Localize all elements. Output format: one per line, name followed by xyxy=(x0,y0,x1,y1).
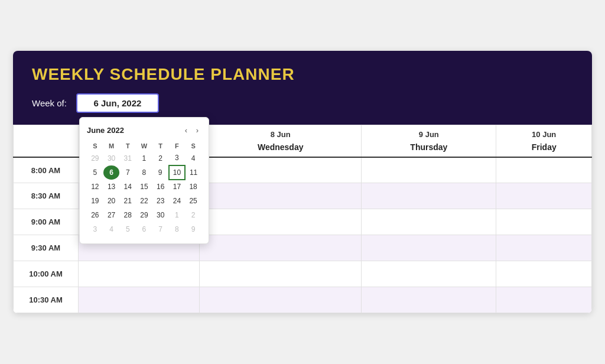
calendar-day-cell[interactable]: 1 xyxy=(136,151,152,165)
calendar-day-cell[interactable]: 29 xyxy=(87,151,103,165)
event-cell[interactable] xyxy=(200,235,362,261)
calendar-day-cell[interactable]: 9 xyxy=(185,222,201,236)
calendar-day-cell[interactable]: 20 xyxy=(103,194,120,208)
col-header-date-4: 10 Jun xyxy=(496,125,592,141)
calendar-day-cell[interactable]: 23 xyxy=(152,194,169,208)
calendar-day-cell[interactable]: 13 xyxy=(103,180,120,194)
calendar-day-cell[interactable]: 19 xyxy=(87,194,103,208)
app-title: WEEKLY SCHEDULE PLANNER xyxy=(32,65,573,84)
calendar-day-cell[interactable]: 12 xyxy=(87,180,103,194)
event-cell[interactable] xyxy=(362,261,496,287)
time-row: 10:30 AM xyxy=(14,287,592,313)
calendar-day-cell[interactable]: 17 xyxy=(169,180,186,194)
calendar-day-headers-row: S M T W T F S xyxy=(87,141,201,151)
time-cell: 9:00 AM xyxy=(14,209,79,235)
cal-header-t1: T xyxy=(119,141,136,151)
calendar-day-cell[interactable]: 7 xyxy=(152,222,169,236)
calendar-day-cell[interactable]: 8 xyxy=(169,222,186,236)
week-of-row: Week of: 6 Jun, 2022 June 2022 ‹ › S M xyxy=(32,93,573,113)
calendar-week-row: 567891011 xyxy=(87,165,201,180)
event-cell[interactable] xyxy=(496,157,592,183)
event-cell[interactable] xyxy=(362,287,496,313)
calendar-prev-button[interactable]: ‹ xyxy=(182,125,190,136)
event-cell[interactable] xyxy=(496,235,592,261)
cal-header-s1: S xyxy=(87,141,103,151)
calendar-day-cell[interactable]: 3 xyxy=(169,151,186,165)
calendar-day-cell[interactable]: 24 xyxy=(169,194,186,208)
time-cell: 10:00 AM xyxy=(14,261,79,287)
event-cell[interactable] xyxy=(362,209,496,235)
calendar-day-cell[interactable]: 26 xyxy=(87,208,103,222)
cal-header-f: F xyxy=(169,141,186,151)
date-picker-button[interactable]: 6 Jun, 2022 xyxy=(76,93,159,113)
calendar-day-cell[interactable]: 5 xyxy=(87,165,103,180)
event-cell[interactable] xyxy=(362,235,496,261)
cal-header-s2: S xyxy=(185,141,201,151)
time-cell: 8:30 AM xyxy=(14,183,79,209)
event-cell[interactable] xyxy=(362,157,496,183)
calendar-day-cell[interactable]: 2 xyxy=(185,208,201,222)
event-cell[interactable] xyxy=(200,209,362,235)
calendar-day-cell[interactable]: 30 xyxy=(103,151,120,165)
event-cell[interactable] xyxy=(79,261,200,287)
calendar-day-cell[interactable]: 4 xyxy=(103,222,120,236)
calendar-week-row: 12131415161718 xyxy=(87,180,201,194)
col-header-day-3: Thursday xyxy=(362,141,496,157)
calendar-grid: S M T W T F S 29303112345678910111213141… xyxy=(87,141,201,236)
calendar-day-cell[interactable]: 2 xyxy=(152,151,169,165)
calendar-day-cell[interactable]: 5 xyxy=(119,222,136,236)
calendar-week-row: 2930311234 xyxy=(87,151,201,165)
calendar-day-cell[interactable]: 25 xyxy=(185,194,201,208)
event-cell[interactable] xyxy=(200,183,362,209)
event-cell[interactable] xyxy=(496,261,592,287)
event-cell[interactable] xyxy=(200,287,362,313)
calendar-day-cell[interactable]: 6 xyxy=(103,165,120,180)
app-container: WEEKLY SCHEDULE PLANNER Week of: 6 Jun, … xyxy=(13,51,592,314)
calendar-week-row: 19202122232425 xyxy=(87,194,201,208)
calendar-day-cell[interactable]: 1 xyxy=(169,208,186,222)
calendar-body: 2930311234567891011121314151617181920212… xyxy=(87,151,201,236)
calendar-week-row: 3456789 xyxy=(87,222,201,236)
calendar-day-cell[interactable]: 7 xyxy=(119,165,136,180)
calendar-day-cell[interactable]: 27 xyxy=(103,208,120,222)
event-cell[interactable] xyxy=(496,287,592,313)
calendar-day-cell[interactable]: 6 xyxy=(136,222,152,236)
calendar-next-button[interactable]: › xyxy=(193,125,201,136)
calendar-day-cell[interactable]: 9 xyxy=(152,165,169,180)
time-row: 10:00 AM xyxy=(14,261,592,287)
event-cell[interactable] xyxy=(496,209,592,235)
event-cell[interactable] xyxy=(496,183,592,209)
time-col-header xyxy=(14,125,79,141)
calendar-day-cell[interactable]: 16 xyxy=(152,180,169,194)
event-cell[interactable] xyxy=(200,261,362,287)
calendar-month-label: June 2022 xyxy=(87,126,124,135)
time-col-day-header xyxy=(14,141,79,157)
calendar-day-cell[interactable]: 18 xyxy=(185,180,201,194)
calendar-day-cell[interactable]: 10 xyxy=(169,165,186,180)
calendar-day-cell[interactable]: 4 xyxy=(185,151,201,165)
calendar-day-cell[interactable]: 30 xyxy=(152,208,169,222)
cal-header-m: M xyxy=(103,141,120,151)
calendar-day-cell[interactable]: 14 xyxy=(119,180,136,194)
calendar-day-cell[interactable]: 22 xyxy=(136,194,152,208)
time-cell: 8:00 AM xyxy=(14,157,79,183)
col-header-date-2: 8 Jun xyxy=(200,125,362,141)
col-header-day-4: Friday xyxy=(496,141,592,157)
event-cell[interactable] xyxy=(200,157,362,183)
calendar-week-row: 262728293012 xyxy=(87,208,201,222)
calendar-header: June 2022 ‹ › xyxy=(87,125,201,136)
calendar-day-cell[interactable]: 28 xyxy=(119,208,136,222)
calendar-day-cell[interactable]: 21 xyxy=(119,194,136,208)
calendar-day-cell[interactable]: 11 xyxy=(185,165,201,180)
event-cell[interactable] xyxy=(362,183,496,209)
calendar-day-cell[interactable]: 8 xyxy=(136,165,152,180)
event-cell[interactable] xyxy=(79,287,200,313)
calendar-day-cell[interactable]: 31 xyxy=(119,151,136,165)
col-header-day-2: Wednesday xyxy=(200,141,362,157)
cal-header-t2: T xyxy=(152,141,169,151)
calendar-day-cell[interactable]: 15 xyxy=(136,180,152,194)
calendar-day-cell[interactable]: 29 xyxy=(136,208,152,222)
time-cell: 9:30 AM xyxy=(14,235,79,261)
calendar-nav-buttons: ‹ › xyxy=(182,125,201,136)
calendar-day-cell[interactable]: 3 xyxy=(87,222,103,236)
